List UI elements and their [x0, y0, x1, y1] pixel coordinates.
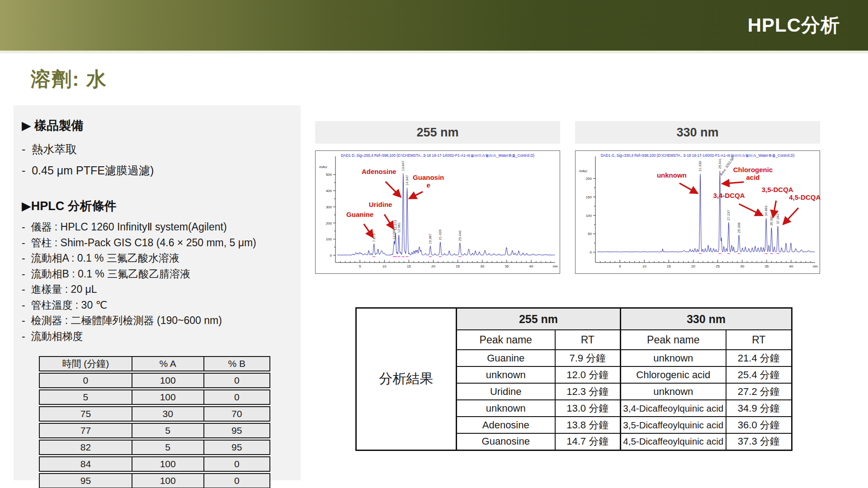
- table-cell: 36.0 分鐘: [726, 417, 792, 433]
- group-header-row: 分析結果255 nm330 nm: [356, 308, 792, 330]
- table-cell: 5: [132, 423, 203, 438]
- svg-text:100: 100: [586, 214, 592, 218]
- svg-text:Adenosine: Adenosine: [362, 168, 396, 175]
- svg-text:25.440: 25.440: [458, 230, 462, 241]
- slide-header-bar: HPLC分析: [0, 0, 868, 53]
- svg-text:Uridine: Uridine: [369, 201, 392, 208]
- table-cell: 12.0 分鐘: [555, 366, 621, 383]
- table-cell: unknown: [457, 400, 555, 417]
- group-header: 330 nm: [621, 308, 792, 330]
- group-header: 255 nm: [457, 308, 621, 330]
- list-item: 管柱 : Shim-Pack GIS C18 (4.6 × 250 mm, 5 …: [22, 235, 294, 251]
- svg-text:25: 25: [716, 264, 720, 268]
- svg-text:25.441: 25.441: [718, 159, 722, 169]
- table-row: 77595: [39, 423, 270, 438]
- svg-text:5: 5: [619, 264, 621, 268]
- table-cell: 25.4 分鐘: [726, 366, 792, 383]
- svg-text:40: 40: [789, 264, 793, 268]
- table-row: 841000: [39, 456, 270, 472]
- table-row: 753070: [39, 406, 270, 422]
- table-cell: 37.3 分鐘: [726, 433, 792, 450]
- sample-prep-list: 熱水萃取0.45 μm PTFE濾膜過濾): [22, 139, 294, 181]
- chart-title: DAD1 G, Sig=330,4 Ref=598,100 (D:\CHEMST…: [601, 154, 795, 158]
- table-row: 82595: [39, 440, 270, 455]
- list-item: 流動相梯度: [22, 328, 294, 344]
- svg-text:30: 30: [740, 264, 744, 268]
- table-cell: 3,4-Dicaffeoylquinic acid: [621, 400, 726, 417]
- chromatogram-330-chart: DAD1 G, Sig=330,4 Ref=598,100 (D:\CHEMST…: [576, 151, 820, 273]
- table-cell: 12.3 分鐘: [555, 383, 621, 400]
- svg-text:acid: acid: [746, 174, 760, 181]
- column-header: % B: [203, 356, 270, 371]
- results-row-header: 分析結果: [356, 308, 457, 450]
- table-cell: 3,5-Dicaffeoylquinic acid: [621, 417, 726, 433]
- svg-text:35: 35: [505, 264, 509, 268]
- svg-text:20: 20: [431, 264, 435, 268]
- svg-text:Guanosin: Guanosin: [413, 174, 444, 181]
- chromatogram-255-chart: DAD1 D, Sig=255,4 Ref=598,100 (D:\CHEMST…: [316, 151, 560, 273]
- sub-header: RT: [555, 330, 621, 350]
- table-cell: 100: [132, 389, 203, 405]
- column-header: 時間 (分鐘): [39, 356, 132, 371]
- svg-text:e: e: [426, 181, 430, 189]
- wavelength-banner-255: 255 nm: [315, 121, 560, 144]
- table-cell: 75: [39, 406, 132, 422]
- section-heading-sample-prep: ▶ 樣品製備: [22, 118, 294, 133]
- wavelength-banner-330: 330 nm: [575, 121, 820, 144]
- svg-text:12.961: 12.961: [397, 222, 401, 233]
- slide-subtitle: 溶劑: 水: [31, 66, 107, 93]
- table-cell: 77: [39, 423, 132, 438]
- list-item: 熱水萃取: [22, 139, 294, 160]
- table-cell: Uridine: [457, 383, 555, 400]
- table-cell: 95: [203, 423, 270, 438]
- svg-text:unknown: unknown: [657, 171, 687, 179]
- table-cell: 0: [39, 373, 132, 388]
- peak-annotations: unknownChlorogenicacid3,4-DCQA3,5-DCQA4,…: [657, 166, 821, 224]
- table-cell: 13.8 分鐘: [555, 417, 621, 433]
- svg-text:4,5-DCQA: 4,5-DCQA: [789, 193, 821, 201]
- svg-text:21.426: 21.426: [438, 230, 442, 240]
- table-cell: 21.4 分鐘: [726, 350, 792, 366]
- list-item: 管柱溫度 : 30 ℃: [22, 297, 294, 313]
- svg-text:min: min: [553, 265, 558, 268]
- list-item: 流動相A : 0.1 % 三氟乙酸水溶液: [22, 250, 294, 266]
- table-row: 951000: [39, 473, 270, 488]
- table-cell: 84: [39, 456, 132, 472]
- table-cell: 82: [39, 440, 132, 455]
- svg-text:50: 50: [588, 232, 592, 236]
- table-cell: Chlorogenic acid: [621, 366, 726, 383]
- table-cell: 34.9 分鐘: [726, 400, 792, 417]
- svg-text:min: min: [813, 265, 818, 268]
- svg-text:300: 300: [326, 205, 332, 209]
- page-title: HPLC分析: [748, 0, 840, 51]
- table-cell: Guanine: [457, 350, 555, 366]
- svg-text:20: 20: [691, 264, 695, 268]
- conditions-panel: ▶ 樣品製備 熱水萃取0.45 μm PTFE濾膜過濾) ▶HPLC 分析條件 …: [14, 105, 301, 480]
- section-heading-hplc-conditions: ▶HPLC 分析條件: [22, 198, 294, 214]
- table-cell: 4,5-Dicaffeoylquinic acid: [621, 433, 726, 450]
- column-header: % A: [132, 356, 203, 371]
- svg-text:13.847: 13.847: [401, 160, 405, 171]
- svg-text:0: 0: [330, 253, 332, 258]
- svg-text:10: 10: [382, 264, 387, 268]
- table-cell: 0: [203, 473, 270, 488]
- table-cell: unknown: [621, 383, 726, 400]
- svg-text:200: 200: [586, 177, 592, 181]
- table-cell: 100: [132, 456, 203, 472]
- sub-header: Peak name: [457, 330, 555, 350]
- svg-text:100: 100: [326, 237, 332, 241]
- sub-header: Peak name: [621, 330, 726, 350]
- table-row: 01000: [39, 373, 270, 388]
- chromatogram-330: DAD1 G, Sig=330,4 Ref=598,100 (D:\CHEMST…: [575, 150, 820, 274]
- svg-text:21.430: 21.430: [698, 161, 702, 171]
- list-item: 儀器 : HPLC 1260 InfinityⅡ system(Agilent): [22, 219, 294, 235]
- svg-text:10: 10: [642, 264, 646, 268]
- list-item: 進樣量 : 20 μL: [22, 282, 294, 297]
- svg-text:7.875: 7.875: [372, 234, 376, 242]
- list-item: 檢測器 : 二極體陣列檢測器 (190~600 nm): [22, 313, 294, 328]
- svg-text:0: 0: [590, 250, 592, 254]
- svg-text:25: 25: [456, 264, 460, 268]
- chromatogram-255: DAD1 D, Sig=255,4 Ref=598,100 (D:\CHEMST…: [315, 150, 560, 274]
- svg-text:35: 35: [764, 264, 769, 268]
- svg-text:30: 30: [480, 264, 484, 268]
